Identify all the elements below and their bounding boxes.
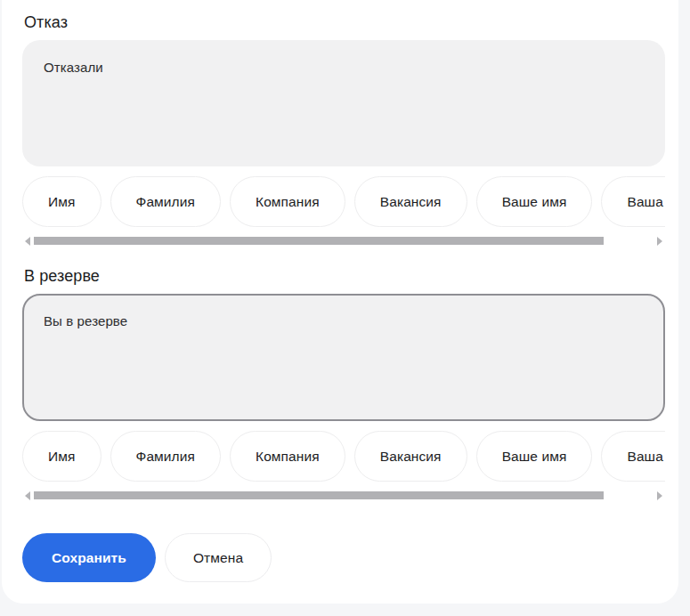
save-button[interactable]: Сохранить: [22, 533, 156, 582]
scroll-right-arrow-icon[interactable]: [657, 491, 662, 500]
placeholder-chip-4[interactable]: Ваше имя: [476, 431, 593, 482]
placeholder-chip-2[interactable]: Компания: [230, 431, 345, 482]
card-content: Отказ ИмяФамилияКомпанияВакансияВаше имя…: [22, 0, 669, 582]
scroll-left-arrow-icon[interactable]: [25, 237, 30, 246]
rejection-chips-scrollbar[interactable]: [22, 235, 665, 247]
rejection-placeholder-chips-row: ИмяФамилияКомпанияВакансияВаше имяВаша ф…: [22, 176, 665, 227]
settings-card: Отказ ИмяФамилияКомпанияВакансияВаше имя…: [2, 0, 678, 604]
placeholder-chip-2[interactable]: Компания: [230, 176, 345, 227]
section-rejection: Отказ ИмяФамилияКомпанияВакансияВаше имя…: [22, 12, 669, 247]
placeholder-chip-3[interactable]: Вакансия: [354, 431, 467, 482]
rejection-message-textarea[interactable]: [22, 40, 665, 166]
placeholder-chip-3[interactable]: Вакансия: [354, 176, 467, 227]
scroll-left-arrow-icon[interactable]: [25, 491, 30, 500]
placeholder-chip-4[interactable]: Ваше имя: [476, 176, 593, 227]
reserve-placeholder-chips-row: ИмяФамилияКомпанияВакансияВаше имяВаша ф…: [22, 431, 665, 482]
rejection-section-title: Отказ: [24, 12, 669, 32]
placeholder-chip-5[interactable]: Ваша фамилия: [601, 431, 665, 482]
placeholder-chip-5[interactable]: Ваша фамилия: [601, 176, 665, 227]
reserve-message-textarea[interactable]: [22, 294, 665, 421]
placeholder-chip-1[interactable]: Фамилия: [110, 431, 222, 482]
reserve-chips-scrollbar[interactable]: [22, 490, 665, 501]
scroll-right-arrow-icon[interactable]: [657, 237, 662, 246]
form-actions: Сохранить Отмена: [22, 533, 669, 582]
scrollbar-thumb[interactable]: [34, 491, 604, 499]
reserve-section-title: В резерве: [24, 266, 669, 286]
scrollbar-track[interactable]: [34, 237, 653, 245]
placeholder-chip-1[interactable]: Фамилия: [110, 176, 222, 227]
placeholder-chip-0[interactable]: Имя: [22, 431, 101, 482]
scrollbar-thumb[interactable]: [34, 237, 604, 245]
scrollbar-track[interactable]: [34, 491, 653, 499]
section-reserve: В резерве ИмяФамилияКомпанияВакансияВаше…: [22, 266, 669, 501]
placeholder-chip-0[interactable]: Имя: [22, 176, 101, 227]
cancel-button[interactable]: Отмена: [165, 533, 272, 582]
